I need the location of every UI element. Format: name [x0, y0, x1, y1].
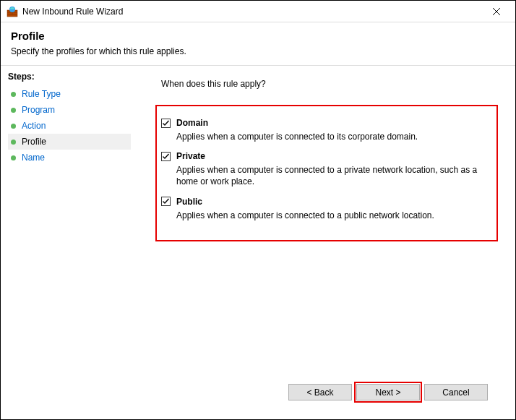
- firewall-icon: [7, 6, 18, 17]
- option-public: Public Applies when a computer is connec…: [161, 197, 486, 221]
- step-link[interactable]: Action: [22, 121, 46, 131]
- checkbox-domain[interactable]: [161, 119, 171, 128]
- cancel-button[interactable]: Cancel: [424, 384, 488, 400]
- page-subtitle: Specify the profiles for which this rule…: [11, 46, 505, 56]
- step-link[interactable]: Profile: [22, 137, 46, 147]
- option-private: Private Applies when a computer is conne…: [161, 151, 486, 187]
- option-desc: Applies when a computer is connected to …: [176, 131, 480, 142]
- step-link[interactable]: Program: [22, 105, 55, 115]
- bullet-icon: [11, 155, 16, 160]
- close-button[interactable]: [482, 1, 511, 22]
- checkbox-private[interactable]: [161, 152, 171, 161]
- option-label: Private: [176, 151, 205, 161]
- option-row: Public: [161, 197, 486, 207]
- titlebar: New Inbound Rule Wizard: [1, 1, 515, 22]
- step-program[interactable]: Program: [8, 102, 131, 118]
- page-title: Profile: [11, 30, 505, 42]
- step-action[interactable]: Action: [8, 118, 131, 134]
- window-title: New Inbound Rule Wizard: [22, 7, 482, 17]
- step-link[interactable]: Name: [22, 153, 45, 163]
- wizard-window: New Inbound Rule Wizard Profile Specify …: [0, 0, 516, 420]
- option-domain: Domain Applies when a computer is connec…: [161, 118, 486, 142]
- bullet-icon: [11, 108, 16, 113]
- bullet-icon: [11, 92, 16, 97]
- options-highlight: Domain Applies when a computer is connec…: [155, 105, 498, 241]
- step-link[interactable]: Rule Type: [22, 89, 61, 99]
- steps-title: Steps:: [8, 72, 131, 82]
- wizard-header: Profile Specify the profiles for which t…: [1, 22, 515, 66]
- wizard-content: When does this rule apply? Domain Applie…: [138, 66, 515, 419]
- option-row: Domain: [161, 118, 486, 128]
- option-label: Public: [176, 197, 202, 207]
- option-desc: Applies when a computer is connected to …: [176, 210, 480, 221]
- spacer: [155, 241, 498, 377]
- bullet-icon: [11, 140, 16, 145]
- option-row: Private: [161, 151, 486, 161]
- step-rule-type[interactable]: Rule Type: [8, 86, 131, 102]
- step-profile[interactable]: Profile: [8, 134, 131, 150]
- wizard-footer: < Back Next > Cancel: [155, 377, 498, 411]
- back-button[interactable]: < Back: [288, 384, 352, 400]
- bullet-icon: [11, 124, 16, 129]
- content-prompt: When does this rule apply?: [161, 79, 498, 89]
- step-name[interactable]: Name: [8, 150, 131, 166]
- next-button[interactable]: Next >: [356, 384, 420, 400]
- steps-sidebar: Steps: Rule Type Program Action Profile …: [1, 66, 138, 419]
- wizard-body: Steps: Rule Type Program Action Profile …: [1, 66, 515, 419]
- checkbox-public[interactable]: [161, 197, 171, 206]
- option-desc: Applies when a computer is connected to …: [176, 164, 480, 187]
- option-label: Domain: [176, 118, 208, 128]
